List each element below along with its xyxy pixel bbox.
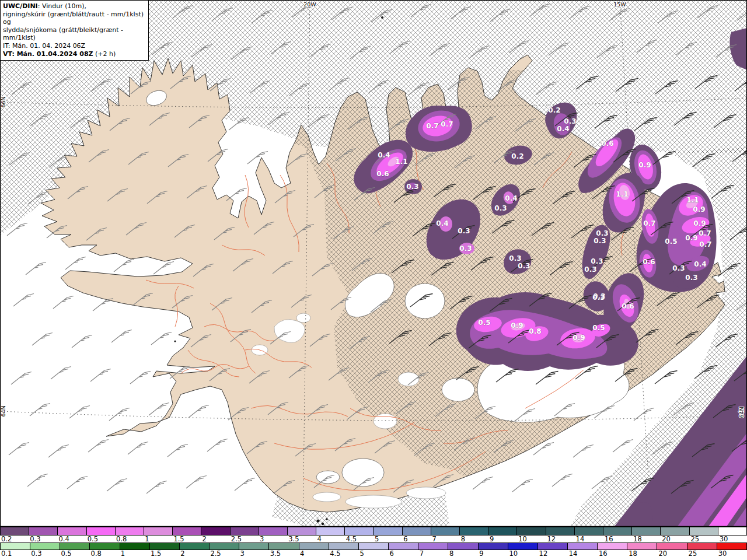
legend-tick-label: 20	[662, 535, 671, 543]
legend-cell	[508, 543, 538, 550]
title-box: UWC/DINI: Vindur (10m), rigning/skúrir (…	[0, 0, 149, 61]
legend-tick-label: 9	[490, 535, 494, 543]
legend-tick-label: 10	[518, 535, 527, 543]
legend-tick-label: 0.4	[58, 535, 69, 543]
legend-cell	[479, 543, 508, 550]
legend-cell	[431, 527, 460, 535]
legend-cell	[30, 543, 60, 550]
legend-tick-label: 14	[569, 550, 578, 558]
legend-cell	[418, 543, 448, 550]
precip-value-label: 0.5	[592, 324, 605, 332]
legend-tick-label: 6	[390, 550, 394, 558]
precip-value-label: 0.4	[436, 219, 448, 228]
color-scale-legend: 0.20.30.40.50.811.522.533.544.5567891012…	[0, 527, 747, 560]
legend-tick-label: 30	[720, 535, 728, 543]
legend-cell	[201, 527, 230, 535]
map-svg: 20W15W66N64N64N 0.70.70.41.10.60.30.20.2…	[0, 0, 747, 527]
precip-value-label: 0.6	[376, 170, 389, 178]
legend-tick-label: 18	[629, 550, 637, 558]
legend-tick-label: 4	[317, 535, 322, 543]
legend-cell	[374, 527, 402, 535]
legend-cell	[180, 543, 210, 550]
legend-cell	[657, 543, 687, 550]
precip-scale-rain-bar	[0, 527, 747, 536]
latitude-label: 66N	[0, 96, 6, 107]
legend-cell	[627, 543, 657, 550]
precip-value-label: 1.1	[395, 158, 407, 166]
eyjafjallajokull-glacier	[316, 471, 340, 484]
hofsjokull-glacier	[405, 284, 445, 318]
legend-tick-label: 25	[691, 535, 700, 543]
legend-tick-label: 7	[420, 550, 424, 558]
legend-cell	[116, 527, 144, 535]
precip-value-label: 0.2	[548, 106, 560, 114]
precip-value-label: 0.6	[601, 139, 613, 148]
legend-cell	[690, 527, 718, 535]
precip-value-label: 0.4	[505, 194, 517, 202]
legend-tick-label: 12	[547, 535, 556, 543]
legend-cell	[269, 543, 299, 550]
legend-tick-label: 4.5	[330, 550, 340, 558]
legend-tick-label: 1.5	[151, 550, 161, 558]
legend-cell	[150, 543, 180, 550]
precip-scale-rain-labels: 0.20.30.40.50.811.522.533.544.5567891012…	[0, 536, 747, 542]
precip-value-label: 0.3	[672, 264, 685, 272]
legend-cell	[359, 543, 389, 550]
precip-value-label: 0.3	[594, 237, 606, 245]
legend-cell	[144, 527, 173, 535]
precip-value-label: 0.7	[699, 229, 711, 237]
precip-value-label: 0.3	[564, 117, 576, 125]
legend-cell	[448, 543, 478, 550]
legend-tick-label: 0.2	[1, 535, 12, 543]
legend-cell	[460, 527, 488, 535]
legend-tick-label: 0.3	[31, 550, 41, 558]
legend-tick-label: 9	[479, 550, 483, 558]
title-line-5: VT: Mán. 01.04.2024 08Z (+2 h)	[3, 50, 145, 58]
legend-cell	[687, 543, 717, 550]
weather-map-screenshot: 20W15W66N64N64N 0.70.70.41.10.60.30.20.2…	[0, 0, 747, 560]
legend-tick-label: 5	[359, 550, 364, 558]
legend-tick-label: 8	[449, 550, 453, 558]
precip-value-label: 0.3	[596, 229, 608, 237]
legend-tick-label: 3.5	[270, 550, 281, 558]
precip-value-label: 0.3	[459, 244, 472, 253]
legend-cell	[546, 527, 575, 535]
precip-value-label: 0.2	[511, 152, 523, 160]
legend-tick-label: 0.8	[116, 535, 127, 543]
legend-cell	[210, 543, 239, 550]
legend-cell	[718, 527, 746, 535]
legend-cell	[568, 543, 598, 550]
legend-tick-label: 5	[375, 535, 379, 543]
legend-tick-label: 2.5	[231, 535, 242, 543]
precip-value-label: 0.4	[557, 125, 569, 133]
map-area: 20W15W66N64N64N 0.70.70.41.10.60.30.20.2…	[0, 0, 747, 527]
title-line-3: slydda/snjókoma (grátt/bleikt/grænt - mm…	[3, 26, 145, 42]
legend-cell	[1, 527, 29, 535]
precip-value-label: 0.9	[693, 205, 705, 214]
glacier-lobe	[442, 378, 474, 401]
legend-cell	[488, 527, 517, 535]
legend-cell	[259, 527, 288, 535]
legend-cell	[389, 543, 418, 550]
legend-tick-label: 6	[403, 535, 407, 543]
precip-value-label: 0.7	[643, 219, 655, 228]
legend-cell	[120, 543, 150, 550]
legend-tick-label: 10	[509, 550, 518, 558]
precip-value-label: 0.3	[494, 204, 507, 212]
precip-value-label: 0.3	[406, 183, 418, 191]
legend-cell	[632, 527, 661, 535]
legend-tick-label: 30	[718, 550, 727, 558]
longitude-label: 15W	[613, 1, 626, 8]
precip-value-label: 0.3	[592, 293, 605, 302]
legend-cell	[231, 527, 259, 535]
precip-value-label: 0.9	[638, 161, 651, 169]
legend-cell	[60, 543, 90, 550]
legend-tick-label: 1	[121, 550, 125, 558]
latitude-label: 64N	[0, 405, 6, 416]
precip-value-label: 0.6	[643, 258, 655, 266]
legend-cell	[661, 527, 689, 535]
precip-scale-snow-labels: 0.10.30.50.811.522.533.544.5567891012141…	[0, 550, 747, 560]
legend-cell	[717, 543, 746, 550]
legend-cell	[239, 543, 269, 550]
legend-tick-label: 2	[203, 535, 207, 543]
